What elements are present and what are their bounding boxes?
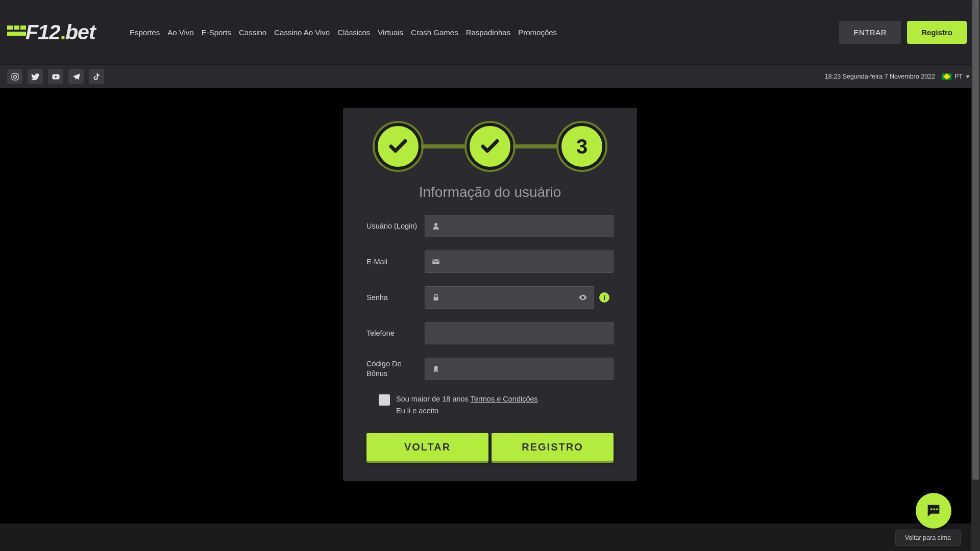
datetime-label: 18:23 Segunda-feira 7 Novembro 2022 xyxy=(825,73,935,80)
chat-icon xyxy=(925,502,942,519)
social-links xyxy=(7,69,104,84)
field-bonus: Código De Bônus xyxy=(366,358,614,380)
twitter-icon[interactable] xyxy=(28,69,43,84)
field-telefone: Telefone xyxy=(366,322,614,344)
step-2-complete xyxy=(467,123,513,170)
footer-strip xyxy=(0,523,971,551)
svg-point-5 xyxy=(13,75,16,78)
nav-e-sports[interactable]: E-Sports xyxy=(202,28,231,37)
label-bonus: Código De Bônus xyxy=(366,359,425,379)
nav-classicos[interactable]: Clássicos xyxy=(337,28,370,37)
nav-virtuais[interactable]: Virtuais xyxy=(378,28,403,37)
form-buttons: VOLTAR REGISTRO xyxy=(366,433,614,461)
svg-rect-0 xyxy=(7,26,13,30)
nav-cassino[interactable]: Cassino xyxy=(239,28,266,37)
telegram-icon[interactable] xyxy=(68,69,84,84)
input-wrap-email[interactable] xyxy=(425,251,614,273)
nav-cassino-ao-vivo[interactable]: Cassino Ao Vivo xyxy=(274,28,330,37)
field-email: E-Mail xyxy=(366,251,614,273)
brand-logo[interactable]: F12.bet xyxy=(7,22,114,42)
language-selector[interactable]: PT xyxy=(942,73,970,80)
tiktok-icon[interactable] xyxy=(89,69,104,84)
step-connector-1 xyxy=(421,144,467,148)
step-connector-2 xyxy=(513,144,559,148)
step-number-label: 3 xyxy=(576,135,587,158)
step-1-complete xyxy=(375,123,422,170)
form-title: Informação do usuário xyxy=(366,184,614,201)
field-senha: Senha i xyxy=(366,286,614,309)
mail-icon xyxy=(430,257,442,266)
chevron-down-icon xyxy=(966,76,970,78)
nav-esportes[interactable]: Esportes xyxy=(130,28,160,37)
brazil-flag-icon xyxy=(942,73,951,80)
step-3-current: 3 xyxy=(558,123,605,170)
svg-point-15 xyxy=(936,508,938,510)
svg-rect-1 xyxy=(14,26,19,30)
eye-icon[interactable] xyxy=(577,293,589,302)
svg-point-9 xyxy=(434,223,437,226)
label-user: Usuário (Login) xyxy=(366,221,425,231)
youtube-icon[interactable] xyxy=(48,69,63,84)
back-to-top-button[interactable]: Voltar para cima xyxy=(895,530,961,546)
step-indicator: 3 xyxy=(366,123,614,170)
input-wrap-user[interactable] xyxy=(425,215,614,237)
input-wrap-bonus[interactable] xyxy=(425,358,614,380)
nav-promocoes[interactable]: Promoções xyxy=(518,28,557,37)
field-user: Usuário (Login) xyxy=(366,215,614,237)
svg-point-12 xyxy=(434,366,438,370)
consent-read: Eu li e aceito xyxy=(396,407,438,415)
chat-fab[interactable] xyxy=(916,493,951,529)
nav-ao-vivo[interactable]: Ao Vivo xyxy=(167,28,193,37)
svg-rect-3 xyxy=(7,32,26,36)
input-wrap-senha[interactable] xyxy=(425,286,594,309)
consent-age: Sou maior de 18 anos xyxy=(396,395,471,403)
telefone-input[interactable] xyxy=(430,329,608,338)
consent-block: Sou maior de 18 anos Termos e Condições … xyxy=(379,393,614,417)
bonus-input[interactable] xyxy=(447,365,608,373)
login-button[interactable]: ENTRAR xyxy=(839,21,901,44)
label-senha: Senha xyxy=(366,293,425,303)
terms-checkbox[interactable] xyxy=(379,394,390,406)
lock-icon xyxy=(430,293,442,302)
password-info-icon[interactable]: i xyxy=(599,292,609,303)
label-email: E-Mail xyxy=(366,257,425,267)
back-button[interactable]: VOLTAR xyxy=(366,433,488,461)
header-actions: ENTRAR Registro xyxy=(839,21,967,44)
register-button-top[interactable]: Registro xyxy=(907,21,967,44)
logo-text: F12.bet xyxy=(26,20,95,44)
svg-rect-11 xyxy=(434,297,438,300)
language-code: PT xyxy=(954,73,963,80)
main-nav: Esportes Ao Vivo E-Sports Cassino Cassin… xyxy=(130,28,824,37)
sub-header: 18:23 Segunda-feira 7 Novembro 2022 PT xyxy=(0,64,980,88)
subheader-right: 18:23 Segunda-feira 7 Novembro 2022 PT xyxy=(825,73,970,80)
check-icon xyxy=(387,136,409,157)
user-input[interactable] xyxy=(447,222,608,231)
check-icon xyxy=(479,136,501,157)
label-telefone: Telefone xyxy=(366,329,425,338)
scrollbar-thumb[interactable] xyxy=(972,0,979,480)
svg-point-13 xyxy=(930,508,933,510)
nav-raspadinhas[interactable]: Raspadinhas xyxy=(466,28,511,37)
input-wrap-telefone[interactable] xyxy=(425,322,614,344)
vertical-scrollbar[interactable] xyxy=(971,0,980,551)
registration-card: 3 Informação do usuário Usuário (Login) … xyxy=(343,108,637,481)
register-submit-button[interactable]: REGISTRO xyxy=(492,433,614,461)
main-header: F12.bet Esportes Ao Vivo E-Sports Cassin… xyxy=(0,0,980,64)
instagram-icon[interactable] xyxy=(7,69,22,84)
svg-point-6 xyxy=(16,74,17,75)
terms-link[interactable]: Termos e Condições xyxy=(471,395,538,403)
svg-point-14 xyxy=(934,508,936,510)
nav-crash-games[interactable]: Crash Games xyxy=(411,28,458,37)
consent-text: Sou maior de 18 anos Termos e Condições … xyxy=(396,393,538,417)
user-icon xyxy=(430,221,442,231)
email-input[interactable] xyxy=(447,258,608,266)
senha-input[interactable] xyxy=(447,293,572,302)
ribbon-icon xyxy=(430,364,442,373)
logo-icon xyxy=(7,23,27,41)
